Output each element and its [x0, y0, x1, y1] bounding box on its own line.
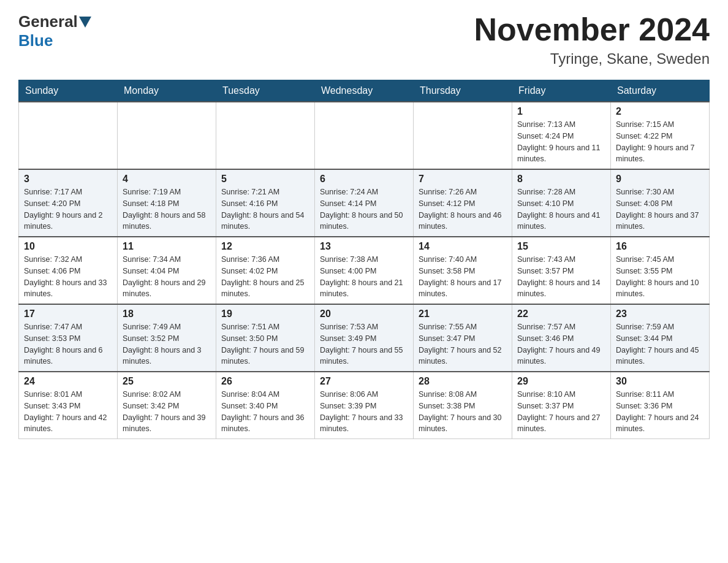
day-info: Sunrise: 7:49 AMSunset: 3:52 PMDaylight:… — [123, 321, 211, 367]
calendar-week-row-3: 10Sunrise: 7:32 AMSunset: 4:06 PMDayligh… — [19, 237, 710, 304]
calendar-cell: 30Sunrise: 8:11 AMSunset: 3:36 PMDayligh… — [611, 372, 710, 439]
sunset-text: Sunset: 4:06 PM — [24, 266, 112, 277]
header-sunday: Sunday — [19, 80, 118, 102]
logo-triangle-icon — [79, 17, 91, 28]
day-info: Sunrise: 8:10 AMSunset: 3:37 PMDaylight:… — [517, 389, 605, 435]
daylight-text: Daylight: 8 hours and 21 minutes. — [320, 277, 408, 301]
sunset-text: Sunset: 4:12 PM — [419, 198, 507, 210]
daylight-text: Daylight: 8 hours and 29 minutes. — [123, 277, 211, 301]
day-number: 4 — [123, 174, 211, 185]
day-number: 22 — [517, 308, 605, 320]
sunset-text: Sunset: 3:55 PM — [616, 266, 704, 277]
calendar-cell: 19Sunrise: 7:51 AMSunset: 3:50 PMDayligh… — [216, 304, 315, 372]
sunrise-text: Sunrise: 7:40 AM — [419, 254, 507, 266]
daylight-text: Daylight: 8 hours and 14 minutes. — [517, 277, 605, 301]
daylight-text: Daylight: 8 hours and 10 minutes. — [616, 277, 704, 301]
day-info: Sunrise: 7:51 AMSunset: 3:50 PMDaylight:… — [221, 321, 309, 367]
calendar-week-row-5: 24Sunrise: 8:01 AMSunset: 3:43 PMDayligh… — [19, 372, 710, 439]
day-info: Sunrise: 7:19 AMSunset: 4:18 PMDaylight:… — [123, 186, 211, 232]
sunrise-text: Sunrise: 7:24 AM — [320, 186, 408, 198]
sunrise-text: Sunrise: 8:11 AM — [616, 389, 704, 400]
day-info: Sunrise: 7:26 AMSunset: 4:12 PMDaylight:… — [419, 186, 507, 232]
sunset-text: Sunset: 4:08 PM — [616, 198, 704, 210]
day-number: 25 — [123, 376, 211, 387]
day-number: 30 — [616, 376, 704, 387]
day-info: Sunrise: 7:21 AMSunset: 4:16 PMDaylight:… — [221, 186, 309, 232]
sunrise-text: Sunrise: 7:19 AM — [123, 186, 211, 198]
daylight-text: Daylight: 7 hours and 30 minutes. — [419, 412, 507, 435]
daylight-text: Daylight: 7 hours and 39 minutes. — [123, 412, 211, 435]
day-info: Sunrise: 7:17 AMSunset: 4:20 PMDaylight:… — [24, 186, 112, 232]
daylight-text: Daylight: 8 hours and 33 minutes. — [24, 277, 112, 301]
day-number: 9 — [616, 174, 704, 185]
calendar-cell: 3Sunrise: 7:17 AMSunset: 4:20 PMDaylight… — [19, 169, 118, 237]
sunrise-text: Sunrise: 7:49 AM — [123, 321, 211, 333]
day-info: Sunrise: 7:40 AMSunset: 3:58 PMDaylight:… — [419, 254, 507, 300]
calendar-week-row-1: 1Sunrise: 7:13 AMSunset: 4:24 PMDaylight… — [19, 102, 710, 169]
sunset-text: Sunset: 3:39 PM — [320, 400, 408, 412]
calendar-cell: 17Sunrise: 7:47 AMSunset: 3:53 PMDayligh… — [19, 304, 118, 372]
sunrise-text: Sunrise: 7:17 AM — [24, 186, 112, 198]
sunset-text: Sunset: 3:43 PM — [24, 400, 112, 412]
sunrise-text: Sunrise: 7:15 AM — [616, 119, 704, 131]
sunrise-text: Sunrise: 7:34 AM — [123, 254, 211, 266]
daylight-text: Daylight: 7 hours and 59 minutes. — [221, 345, 309, 368]
header-wednesday: Wednesday — [315, 80, 414, 102]
day-number: 2 — [616, 106, 704, 117]
daylight-text: Daylight: 8 hours and 37 minutes. — [616, 210, 704, 233]
day-number: 17 — [24, 308, 112, 320]
calendar-cell — [118, 102, 216, 169]
day-info: Sunrise: 8:11 AMSunset: 3:36 PMDaylight:… — [616, 389, 704, 435]
day-number: 3 — [24, 174, 112, 185]
sunset-text: Sunset: 3:49 PM — [320, 333, 408, 345]
daylight-text: Daylight: 7 hours and 45 minutes. — [616, 345, 704, 368]
daylight-text: Daylight: 8 hours and 58 minutes. — [123, 210, 211, 233]
daylight-text: Daylight: 8 hours and 25 minutes. — [221, 277, 309, 301]
daylight-text: Daylight: 8 hours and 54 minutes. — [221, 210, 309, 233]
calendar-cell: 11Sunrise: 7:34 AMSunset: 4:04 PMDayligh… — [118, 237, 216, 304]
logo-general-text: General — [18, 12, 78, 31]
sunrise-text: Sunrise: 7:30 AM — [616, 186, 704, 198]
calendar-cell — [414, 102, 512, 169]
header: General Blue November 2024 Tyringe, Skan… — [18, 12, 710, 67]
calendar-cell: 20Sunrise: 7:53 AMSunset: 3:49 PMDayligh… — [315, 304, 414, 372]
calendar-cell: 6Sunrise: 7:24 AMSunset: 4:14 PMDaylight… — [315, 169, 414, 237]
day-info: Sunrise: 7:38 AMSunset: 4:00 PMDaylight:… — [320, 254, 408, 300]
day-info: Sunrise: 7:55 AMSunset: 3:47 PMDaylight:… — [419, 321, 507, 367]
header-monday: Monday — [118, 80, 216, 102]
day-info: Sunrise: 7:59 AMSunset: 3:44 PMDaylight:… — [616, 321, 704, 367]
day-info: Sunrise: 7:45 AMSunset: 3:55 PMDaylight:… — [616, 254, 704, 300]
day-info: Sunrise: 7:36 AMSunset: 4:02 PMDaylight:… — [221, 254, 309, 300]
daylight-text: Daylight: 7 hours and 33 minutes. — [320, 412, 408, 435]
day-info: Sunrise: 7:47 AMSunset: 3:53 PMDaylight:… — [24, 321, 112, 367]
logo-blue-text: Blue — [18, 31, 53, 50]
sunrise-text: Sunrise: 7:28 AM — [517, 186, 605, 198]
calendar-cell: 10Sunrise: 7:32 AMSunset: 4:06 PMDayligh… — [19, 237, 118, 304]
sunset-text: Sunset: 4:10 PM — [517, 198, 605, 210]
daylight-text: Daylight: 7 hours and 52 minutes. — [419, 345, 507, 368]
sunset-text: Sunset: 3:38 PM — [419, 400, 507, 412]
day-number: 15 — [517, 241, 605, 252]
day-info: Sunrise: 7:30 AMSunset: 4:08 PMDaylight:… — [616, 186, 704, 232]
calendar-cell: 4Sunrise: 7:19 AMSunset: 4:18 PMDaylight… — [118, 169, 216, 237]
day-number: 5 — [221, 174, 309, 185]
sunset-text: Sunset: 3:44 PM — [616, 333, 704, 345]
calendar-cell: 15Sunrise: 7:43 AMSunset: 3:57 PMDayligh… — [512, 237, 611, 304]
day-number: 24 — [24, 376, 112, 387]
calendar-cell: 7Sunrise: 7:26 AMSunset: 4:12 PMDaylight… — [414, 169, 512, 237]
day-info: Sunrise: 8:01 AMSunset: 3:43 PMDaylight:… — [24, 389, 112, 435]
day-info: Sunrise: 7:24 AMSunset: 4:14 PMDaylight:… — [320, 186, 408, 232]
day-info: Sunrise: 8:06 AMSunset: 3:39 PMDaylight:… — [320, 389, 408, 435]
day-number: 26 — [221, 376, 309, 387]
day-number: 21 — [419, 308, 507, 320]
sunset-text: Sunset: 4:14 PM — [320, 198, 408, 210]
sunrise-text: Sunrise: 7:57 AM — [517, 321, 605, 333]
day-number: 18 — [123, 308, 211, 320]
sunset-text: Sunset: 4:16 PM — [221, 198, 309, 210]
day-number: 23 — [616, 308, 704, 320]
calendar-cell: 5Sunrise: 7:21 AMSunset: 4:16 PMDaylight… — [216, 169, 315, 237]
sunrise-text: Sunrise: 7:47 AM — [24, 321, 112, 333]
sunset-text: Sunset: 3:40 PM — [221, 400, 309, 412]
sunset-text: Sunset: 4:20 PM — [24, 198, 112, 210]
sunset-text: Sunset: 3:53 PM — [24, 333, 112, 345]
